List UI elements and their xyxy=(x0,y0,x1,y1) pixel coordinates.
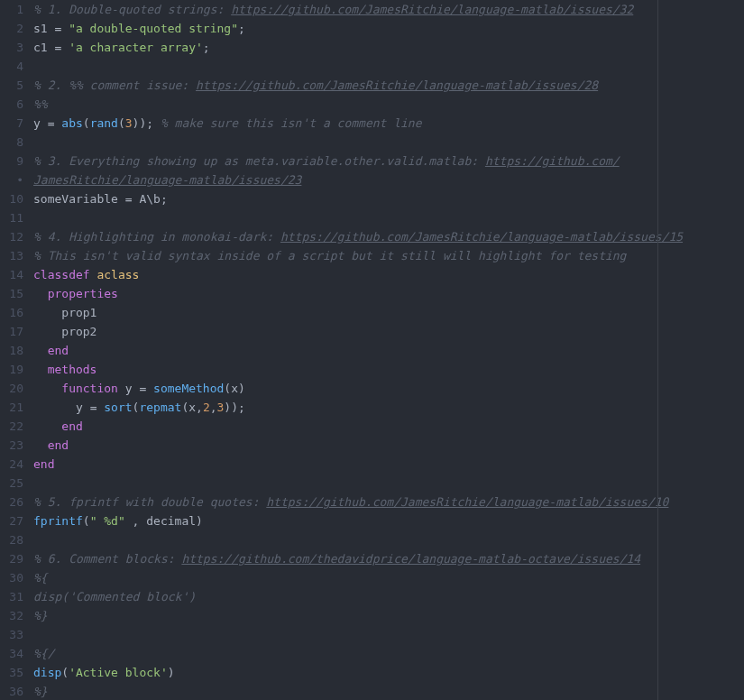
token-param: y xyxy=(125,382,133,395)
code-line[interactable]: properties xyxy=(33,284,744,303)
line-number: 30 xyxy=(0,568,23,587)
token-num: 2 xyxy=(203,401,210,414)
token-string: 'Active block' xyxy=(69,666,168,679)
token-ident xyxy=(33,287,48,300)
token-ident xyxy=(33,344,48,357)
line-number: 9 xyxy=(0,152,23,170)
code-line[interactable]: someVariable = A\b; xyxy=(33,189,744,208)
token-op: , xyxy=(196,401,203,414)
code-line[interactable]: end xyxy=(33,436,744,455)
code-line[interactable] xyxy=(33,474,744,493)
token-op: ( xyxy=(83,116,90,130)
token-url: https://github.com/ xyxy=(485,154,620,168)
line-number: 17 xyxy=(0,322,23,341)
token-ident: prop1 xyxy=(33,306,96,319)
code-line[interactable]: % 1. Double-quoted strings: https://gith… xyxy=(33,0,744,19)
code-line[interactable]: disp('Active block') xyxy=(33,663,744,682)
token-ident xyxy=(33,419,61,433)
line-number: 16 xyxy=(0,303,23,322)
code-line[interactable]: % This isn't valid syntax inside of a sc… xyxy=(33,246,744,265)
token-ident: s1 xyxy=(33,22,54,35)
token-comment: %{/ xyxy=(33,647,54,660)
code-line[interactable]: %% xyxy=(33,95,744,114)
code-line[interactable]: % 4. Highlighting in monokai-dark: https… xyxy=(33,227,744,246)
code-line[interactable]: classdef aclass xyxy=(33,265,744,284)
token-op: , xyxy=(210,401,217,414)
code-line[interactable] xyxy=(33,530,744,549)
code-line[interactable]: %} xyxy=(33,606,744,625)
code-line[interactable]: end xyxy=(33,341,744,360)
code-line[interactable]: %} xyxy=(33,682,744,700)
line-number: 24 xyxy=(0,455,23,474)
code-line[interactable]: % 3. Everything showing up as meta.varia… xyxy=(33,152,744,170)
line-number: 36 xyxy=(0,682,23,700)
token-ident xyxy=(118,382,125,395)
token-op: ; xyxy=(161,192,168,206)
line-number: 33 xyxy=(0,625,23,644)
code-line[interactable] xyxy=(33,625,744,644)
token-comment: %} xyxy=(33,685,48,698)
code-editor[interactable]: 123456789•101112131415161718192021222324… xyxy=(0,0,744,700)
code-line[interactable]: % 5. fprintf with double quotes: https:/… xyxy=(33,493,744,511)
code-line[interactable]: c1 = 'a character array'; xyxy=(33,38,744,57)
code-line[interactable]: methods xyxy=(33,360,744,379)
code-line[interactable]: prop2 xyxy=(33,322,744,341)
token-comment: % 5. fprintf with double quotes: xyxy=(33,495,266,509)
token-string: 'a character array' xyxy=(69,41,203,54)
token-func: disp xyxy=(33,666,61,679)
token-func: abs xyxy=(61,116,82,130)
line-number: 21 xyxy=(0,398,23,417)
token-op: ) xyxy=(168,666,175,679)
token-classname: aclass xyxy=(96,268,139,281)
line-number: 12 xyxy=(0,227,23,246)
token-comment: % 4. Highlighting in monokai-dark: xyxy=(33,230,280,244)
token-op: \ xyxy=(146,192,153,206)
token-op: ( xyxy=(83,514,90,528)
code-line[interactable]: disp('Commented block') xyxy=(33,587,744,606)
line-number: 18 xyxy=(0,341,23,360)
code-line[interactable]: end xyxy=(33,455,744,474)
token-func: sort xyxy=(104,401,132,414)
line-number: • xyxy=(0,170,23,189)
token-ident: x xyxy=(188,401,196,414)
token-keyword: end xyxy=(48,438,69,452)
code-line[interactable] xyxy=(33,133,744,152)
code-line[interactable] xyxy=(33,57,744,76)
code-line[interactable]: function y = someMethod(x) xyxy=(33,379,744,398)
token-keyword: methods xyxy=(48,363,97,376)
token-url: https://github.com/JamesRitchie/language… xyxy=(196,78,598,92)
token-op: = xyxy=(48,116,62,130)
code-line[interactable]: end xyxy=(33,417,744,436)
token-string: "a double-quoted string" xyxy=(69,22,238,35)
code-line[interactable]: JamesRitchie/language-matlab/issues/23 xyxy=(33,170,744,189)
code-line[interactable]: % 2. %% comment issue: https://github.co… xyxy=(33,76,744,95)
token-op: ) xyxy=(238,382,245,395)
code-line[interactable]: s1 = "a double-quoted string"; xyxy=(33,19,744,38)
code-line[interactable]: fprintf(" %d" , decimal) xyxy=(33,511,744,530)
token-op: ( xyxy=(224,382,231,395)
code-line[interactable]: y = abs(rand(3)); % make sure this isn't… xyxy=(33,114,744,133)
code-line[interactable] xyxy=(33,208,744,227)
code-line[interactable]: %{ xyxy=(33,568,744,587)
code-area[interactable]: % 1. Double-quoted strings: https://gith… xyxy=(31,0,744,700)
code-line[interactable]: %{/ xyxy=(33,644,744,663)
line-number: 14 xyxy=(0,265,23,284)
line-number: 15 xyxy=(0,284,23,303)
token-comment: disp('Commented block') xyxy=(33,590,196,603)
code-line[interactable]: % 6. Comment blocks: https://github.com/… xyxy=(33,549,744,568)
token-comment: % 1. Double-quoted strings: xyxy=(33,3,231,16)
token-func: repmat xyxy=(139,401,181,414)
token-comment: % 2. %% comment issue: xyxy=(33,78,196,92)
code-line[interactable]: prop1 xyxy=(33,303,744,322)
line-number-gutter: 123456789•101112131415161718192021222324… xyxy=(0,0,31,700)
token-param: x xyxy=(231,382,238,395)
line-number: 3 xyxy=(0,38,23,57)
line-number: 10 xyxy=(0,189,23,208)
token-url: https://github.com/JamesRitchie/language… xyxy=(280,230,683,244)
line-number: 25 xyxy=(0,474,23,493)
token-url: https://github.com/JamesRitchie/language… xyxy=(266,495,668,509)
token-keyword: properties xyxy=(48,287,118,300)
token-comment: %} xyxy=(33,609,48,622)
code-line[interactable]: y = sort(repmat(x,2,3)); xyxy=(33,398,744,417)
token-op: ( xyxy=(118,116,125,130)
